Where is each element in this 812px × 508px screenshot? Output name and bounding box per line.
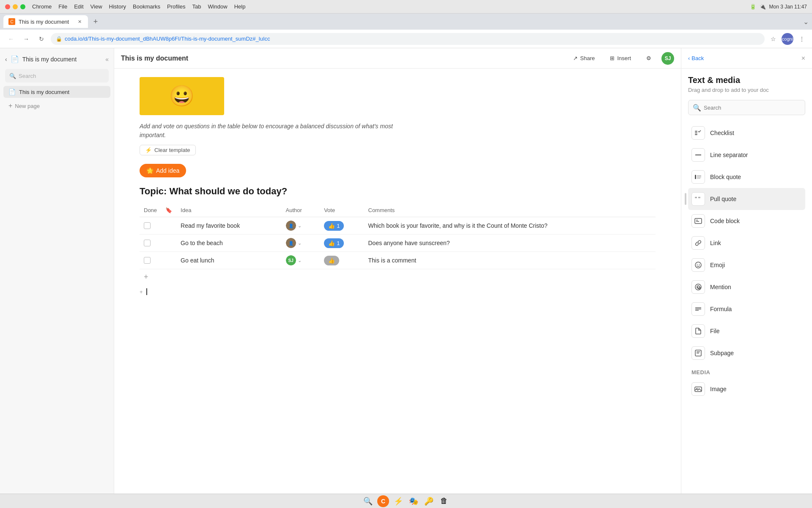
fullscreen-window-button[interactable] xyxy=(20,4,25,9)
browser-menu-icon[interactable]: ⋮ xyxy=(797,34,807,44)
sidebar-collapse-button[interactable]: « xyxy=(105,56,109,63)
panel-item-image[interactable]: Image xyxy=(688,378,805,400)
row2-author-dropdown[interactable]: ⌄ xyxy=(298,240,302,246)
row1-author-dropdown[interactable]: ⌄ xyxy=(298,223,302,229)
tab-list-button[interactable]: ⌄ xyxy=(803,18,809,26)
document-description: Add and vote on questions in the table b… xyxy=(140,122,393,140)
sidebar-doc-header: ‹ 📄 This is my document « xyxy=(0,52,114,66)
browser-address-bar: ← → ↻ 🔒 coda.io/d/This-is-my-document_dB… xyxy=(0,30,812,48)
row3-author-dropdown[interactable]: ⌄ xyxy=(298,258,302,263)
row1-author-image: 👤 xyxy=(286,221,296,231)
row3-comment-cell[interactable]: This is a comment xyxy=(364,252,656,269)
sidebar-back-button[interactable]: ‹ xyxy=(5,56,7,63)
panel-search-input[interactable] xyxy=(704,105,801,111)
row3-author-cell: SJ ⌄ xyxy=(282,252,320,269)
image-icon xyxy=(691,382,705,396)
sidebar-item-document[interactable]: 📄 This is my document xyxy=(3,86,110,98)
line-separator-icon xyxy=(691,148,705,162)
row2-vote-button[interactable]: 👍 1 xyxy=(324,238,344,248)
user-avatar[interactable]: SJ xyxy=(661,52,674,65)
row3-idea-cell[interactable]: Go eat lunch xyxy=(176,252,282,269)
panel-item-file[interactable]: File xyxy=(688,320,805,342)
menu-window[interactable]: Window xyxy=(208,3,227,10)
menu-tab[interactable]: Tab xyxy=(192,3,201,10)
row1-checkbox[interactable] xyxy=(144,222,151,229)
share-button[interactable]: ↗ Share xyxy=(568,52,600,65)
panel-item-subpage[interactable]: Subpage xyxy=(688,342,805,364)
browser-tab-active[interactable]: C This is my document ✕ xyxy=(3,15,88,28)
incognito-avatar[interactable]: Incognito xyxy=(782,33,793,45)
menu-chrome[interactable]: Chrome xyxy=(32,3,52,10)
col-done: Done xyxy=(140,204,161,217)
forward-button[interactable]: → xyxy=(20,33,32,45)
panel-back-label: Back xyxy=(691,55,704,61)
menu-file[interactable]: File xyxy=(58,3,67,10)
tab-favicon: C xyxy=(8,18,15,25)
row1-vote-button[interactable]: 👍 1 xyxy=(324,221,344,231)
row2-author-cell: 👤 ⌄ xyxy=(282,235,320,252)
new-tab-button[interactable]: + xyxy=(90,16,102,28)
svg-rect-10 xyxy=(695,218,702,224)
clear-template-button[interactable]: ⚡ Clear template xyxy=(140,145,196,155)
panel-item-code-block[interactable]: Code block xyxy=(688,210,805,232)
subpage-icon xyxy=(691,346,705,360)
row2-comment-cell[interactable]: Does anyone have sunscreen? xyxy=(364,235,656,252)
menu-help[interactable]: Help xyxy=(234,3,246,10)
bookmark-star-icon[interactable]: ☆ xyxy=(768,34,778,44)
dock-app5-icon[interactable]: 🔑 xyxy=(423,495,435,507)
close-window-button[interactable] xyxy=(5,4,10,9)
row1-author-cell: 👤 ⌄ xyxy=(282,217,320,235)
menu-bookmarks[interactable]: Bookmarks xyxy=(133,3,160,10)
col-vote: Vote xyxy=(320,204,364,217)
row1-comment-cell[interactable]: Which book is your favorite, and why is … xyxy=(364,217,656,235)
table-add-row-button[interactable]: + xyxy=(140,269,656,285)
code-block-icon xyxy=(691,214,705,228)
panel-item-link[interactable]: Link xyxy=(688,232,805,254)
row2-checkbox[interactable] xyxy=(144,240,151,246)
row2-bookmark-cell xyxy=(161,235,176,252)
checklist-label: Checklist xyxy=(710,130,734,136)
insert-button[interactable]: ⊞ Insert xyxy=(605,52,636,65)
add-idea-button[interactable]: 🌟 Add idea xyxy=(140,164,186,177)
panel-item-mention[interactable]: Mention xyxy=(688,276,805,298)
row1-idea-cell[interactable]: Read my favorite book xyxy=(176,217,282,235)
menu-edit[interactable]: Edit xyxy=(74,3,83,10)
menu-profiles[interactable]: Profiles xyxy=(167,3,185,10)
dock-app4-icon[interactable]: 🎭 xyxy=(408,495,420,507)
row2-idea-cell[interactable]: Go to the beach xyxy=(176,235,282,252)
dock-chrome-icon[interactable]: C xyxy=(377,495,389,507)
panel-item-pull-quote[interactable]: "" Pull quote xyxy=(688,188,805,210)
settings-button[interactable]: ⚙ xyxy=(641,52,656,65)
svg-point-15 xyxy=(699,264,700,265)
panel-item-checklist[interactable]: Checklist xyxy=(688,122,805,144)
table-row: Go to the beach 👤 ⌄ 👍 xyxy=(140,235,656,252)
panel-close-button[interactable]: × xyxy=(801,55,805,62)
url-bar[interactable]: 🔒 coda.io/d/This-is-my-document_dBhAUW8p… xyxy=(51,33,765,45)
reload-button[interactable]: ↻ xyxy=(36,33,47,45)
dock-trash-icon[interactable]: 🗑 xyxy=(438,495,450,507)
pull-quote-icon: "" xyxy=(691,192,705,206)
dock-finder-icon[interactable]: 🔍 xyxy=(362,495,374,507)
row3-checkbox[interactable] xyxy=(144,257,151,264)
row1-done-cell xyxy=(140,217,161,235)
panel-item-line-separator[interactable]: Line separator xyxy=(688,144,805,166)
sidebar-new-page-button[interactable]: + New page xyxy=(3,99,110,112)
new-content-line[interactable]: + xyxy=(140,285,656,298)
menu-view[interactable]: View xyxy=(91,3,102,10)
menu-history[interactable]: History xyxy=(109,3,126,10)
panel-item-block-quote[interactable]: Block quote xyxy=(688,166,805,188)
system-clock: 🔋 🔌 Mon 3 Jan 11:47 xyxy=(750,4,807,10)
panel-media-section-title: Media xyxy=(691,369,805,375)
panel-back-button[interactable]: ‹ Back xyxy=(688,55,704,61)
panel-item-emoji[interactable]: Emoji xyxy=(688,254,805,276)
minimize-window-button[interactable] xyxy=(13,4,18,9)
ideas-table: Done 🔖 Idea Author Vote Comments xyxy=(140,204,656,269)
sidebar-search-box[interactable]: 🔍 Search xyxy=(5,69,109,83)
row3-vote-button[interactable]: 👍 xyxy=(324,256,339,265)
back-button[interactable]: ← xyxy=(5,33,17,45)
panel-item-formula[interactable]: Formula xyxy=(688,298,805,320)
sidebar: ‹ 📄 This is my document « 🔍 Search 📄 Thi… xyxy=(0,48,114,494)
panel-search-box[interactable]: 🔍 xyxy=(688,100,805,115)
dock-app3-icon[interactable]: ⚡ xyxy=(392,495,404,507)
tab-close-button[interactable]: ✕ xyxy=(76,18,83,25)
